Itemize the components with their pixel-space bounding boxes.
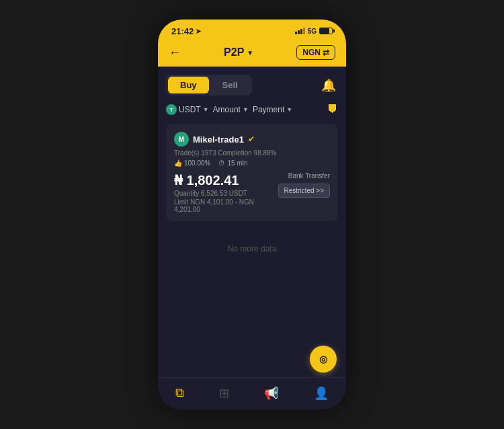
price-row: ₦ 1,802.41 Quantity 6,526.53 USDT Limit … xyxy=(174,172,330,213)
status-time: 21:42 ➤ xyxy=(171,26,201,36)
quantity-label: Quantity xyxy=(174,190,199,197)
amount-label: Amount xyxy=(213,105,241,114)
back-button[interactable]: ← xyxy=(169,46,181,60)
avatar-initial: M xyxy=(179,136,184,143)
restricted-button[interactable]: Restricted >> xyxy=(278,184,330,198)
fab-icon: ◎ xyxy=(319,354,327,364)
p2p-dropdown-icon[interactable]: ▼ xyxy=(247,49,253,56)
trader-name: Mikel-trade1 xyxy=(193,134,244,145)
filter-row: T USDT ▼ Amount ▼ Payment ▼ ⛊ xyxy=(166,104,338,116)
amount-filter[interactable]: Amount ▼ xyxy=(213,105,249,114)
quantity-value: 6,526.53 USDT xyxy=(201,190,247,197)
thumbs-up-icon: 👍 xyxy=(174,159,182,167)
bottom-nav: ⧉ ⊞ 📢 👤 xyxy=(158,377,346,410)
trade-metrics: 👍 100.00% ⏱ 15 min xyxy=(174,159,330,167)
price-left: ₦ 1,802.41 Quantity 6,526.53 USDT Limit … xyxy=(174,172,278,213)
status-bar: 21:42 ➤ 5G xyxy=(158,20,346,41)
nav-title: P2P ▼ xyxy=(224,46,253,58)
time-value: 15 min xyxy=(227,159,247,167)
price-right: Bank Transfer Restricted >> xyxy=(278,172,330,198)
amount-chevron-icon: ▼ xyxy=(243,106,249,113)
coin-chevron-icon: ▼ xyxy=(203,106,209,113)
content-area: Buy Sell 🔔 T USDT ▼ Amount ▼ Payme xyxy=(158,67,346,278)
limit-label: Limit xyxy=(174,198,188,206)
payment-chevron-icon: ▼ xyxy=(286,106,292,113)
time-display: 21:42 xyxy=(171,26,194,36)
verified-icon: ✔ xyxy=(248,134,255,144)
coin-filter[interactable]: T USDT ▼ xyxy=(166,104,209,115)
rating-metric: 👍 100.00% xyxy=(174,159,210,167)
trader-row: M Mikel-trade1 ✔ xyxy=(174,132,330,147)
buy-tab[interactable]: Buy xyxy=(168,77,209,93)
bell-icon: 🔔 xyxy=(321,78,336,93)
trader-avatar: M xyxy=(174,132,189,147)
rating-value: 100.00% xyxy=(184,159,210,167)
funnel-button[interactable]: ⛊ xyxy=(327,104,338,116)
page-title: P2P xyxy=(224,46,244,58)
time-metric: ⏱ 15 min xyxy=(218,159,247,167)
location-icon: ➤ xyxy=(196,28,201,35)
tab-row: Buy Sell 🔔 xyxy=(166,75,338,95)
filter-tags: T USDT ▼ Amount ▼ Payment ▼ xyxy=(166,104,292,115)
currency-label: NGN xyxy=(302,48,321,57)
limit-detail: Limit NGN 4,101.00 - NGN 4,201.00 xyxy=(174,198,278,213)
status-icons: 5G xyxy=(295,28,333,35)
phone-frame: 21:42 ➤ 5G ← P2P ▼ NGN ⇄ xyxy=(158,20,346,410)
fab-button[interactable]: ◎ xyxy=(310,346,337,373)
battery-icon xyxy=(319,28,333,34)
network-label: 5G xyxy=(308,28,317,35)
nav-item-announce[interactable]: 📢 xyxy=(264,386,279,401)
price-amount: ₦ 1,802.41 xyxy=(174,172,278,188)
trade-stats: Trade(s) 1973 Completion 98.88% xyxy=(174,149,330,157)
payment-method-label: Bank Transfer xyxy=(288,172,330,180)
profile-icon: 👤 xyxy=(314,386,329,401)
nav-item-grid[interactable]: ⊞ xyxy=(219,386,229,401)
usdt-icon: T xyxy=(166,104,177,115)
trade-icon: ⧉ xyxy=(175,386,184,400)
signal-icon xyxy=(295,28,305,34)
tab-group: Buy Sell xyxy=(166,75,252,95)
payment-filter[interactable]: Payment ▼ xyxy=(253,105,292,114)
nav-item-trade[interactable]: ⧉ xyxy=(175,386,184,400)
trade-card: M Mikel-trade1 ✔ Trade(s) 1973 Completio… xyxy=(166,124,338,221)
coin-label: USDT xyxy=(179,105,201,114)
announce-icon: 📢 xyxy=(264,386,279,401)
payment-label: Payment xyxy=(253,105,284,114)
grid-icon: ⊞ xyxy=(219,386,229,401)
quantity-detail: Quantity 6,526.53 USDT xyxy=(174,190,278,197)
no-more-data-text: No more data xyxy=(166,228,338,270)
filter-icon: ⛊ xyxy=(327,104,338,115)
stats-text: Trade(s) 1973 Completion 98.88% xyxy=(174,149,277,157)
notification-button[interactable]: 🔔 xyxy=(319,76,338,95)
nav-bar: ← P2P ▼ NGN ⇄ xyxy=(158,41,346,67)
currency-selector[interactable]: NGN ⇄ xyxy=(296,45,335,60)
sell-tab[interactable]: Sell xyxy=(210,77,250,93)
clock-icon: ⏱ xyxy=(218,159,225,167)
currency-swap-icon: ⇄ xyxy=(323,48,329,57)
nav-item-profile[interactable]: 👤 xyxy=(314,386,329,401)
